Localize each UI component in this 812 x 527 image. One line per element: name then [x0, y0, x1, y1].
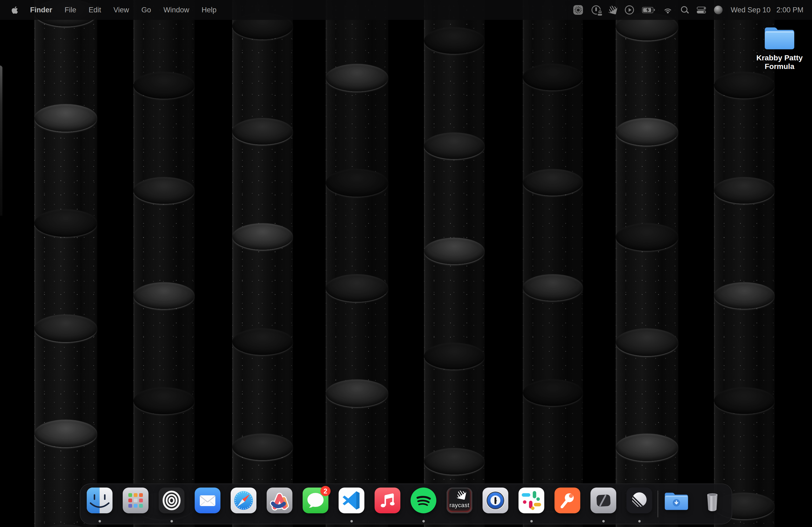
messages-icon: 2	[303, 487, 329, 513]
desktop-wallpaper	[0, 0, 812, 527]
dock-app-postman[interactable]	[554, 483, 580, 524]
raycast-glyph-icon	[457, 490, 466, 500]
dock-app-slack[interactable]	[519, 483, 544, 524]
vscode-icon	[338, 487, 364, 513]
dock-app-arc[interactable]	[267, 483, 292, 524]
clock-date: Wed Sep 10	[731, 6, 770, 14]
dock-app-linear[interactable]	[626, 483, 652, 524]
menu-finder[interactable]: Finder	[30, 6, 52, 14]
menu-bar-menus: FinderFileEditViewGoWindowHelp	[30, 6, 216, 14]
control-center-icon[interactable]	[697, 7, 706, 13]
dock-apps: 2 raycast	[87, 483, 652, 524]
folder-icon	[763, 24, 796, 51]
menu-file[interactable]: File	[65, 6, 76, 14]
now-playing-icon[interactable]	[625, 5, 634, 15]
wallpaper-cylinder-column	[232, 0, 293, 527]
wallpaper-cylinder-column	[523, 0, 583, 527]
dock-app-vscode[interactable]	[338, 483, 364, 524]
running-indicator	[638, 520, 641, 523]
spotify-icon	[410, 487, 436, 513]
wallpaper-cylinder-column	[424, 0, 485, 527]
safari-icon	[231, 487, 257, 513]
running-indicator	[422, 520, 425, 523]
dock-app-safari[interactable]	[231, 483, 257, 524]
trash-icon	[699, 487, 725, 513]
onepassword-icon	[482, 487, 508, 513]
battery-charging-icon[interactable]	[642, 7, 655, 13]
menu-view[interactable]: View	[114, 6, 129, 14]
dock-app-finder[interactable]	[87, 483, 113, 524]
menu-bar: FinderFileEditViewGoWindowHelp Wed Sep 1…	[0, 0, 812, 20]
wallpaper-cylinder-column	[714, 0, 775, 527]
spotlight-search-icon[interactable]	[681, 6, 689, 14]
dock-folders	[664, 483, 725, 524]
dock-divider	[657, 491, 658, 517]
menu-window[interactable]: Window	[163, 6, 189, 14]
downloads-icon	[664, 487, 689, 513]
notification-badge: 2	[320, 486, 331, 496]
linear-icon	[626, 487, 652, 513]
apple-menu[interactable]	[11, 6, 18, 14]
running-indicator	[99, 520, 101, 523]
bullseye-icon	[159, 487, 185, 513]
finder-icon	[87, 487, 113, 513]
menu-help[interactable]: Help	[202, 6, 217, 14]
launchpad-icon	[123, 487, 148, 513]
menu-edit[interactable]: Edit	[89, 6, 101, 14]
raycast-icon: raycast	[447, 487, 472, 513]
dock: 2 raycast	[80, 483, 732, 524]
siri-orb-icon[interactable]	[714, 6, 723, 14]
menu-bar-status-area: Wed Sep 10 2:00 PM	[573, 5, 803, 15]
music-icon	[375, 487, 400, 513]
wallpaper-cylinder-column	[616, 0, 678, 527]
dock-app-raycast[interactable]: raycast	[447, 483, 472, 524]
running-indicator	[530, 520, 533, 523]
running-indicator	[350, 520, 353, 523]
wallpaper-cylinder-column	[133, 0, 195, 527]
sunburst-app-icon[interactable]	[573, 5, 583, 15]
dock-downloads[interactable]	[664, 483, 689, 524]
running-indicator	[171, 520, 173, 523]
menu-go[interactable]: Go	[142, 6, 151, 14]
desktop-folder-label: Krabby Patty Formula	[755, 54, 804, 71]
wallpaper-cylinder-column	[34, 0, 97, 527]
desktop-folder-krabby-patty-formula[interactable]: Krabby Patty Formula	[755, 24, 804, 71]
dock-app-bullseye[interactable]	[159, 483, 185, 524]
wifi-icon[interactable]	[663, 6, 673, 13]
dock-app-launchpad[interactable]	[123, 483, 148, 524]
focus-lock-icon[interactable]	[591, 5, 601, 15]
menu-bar-clock[interactable]: Wed Sep 10 2:00 PM	[731, 6, 803, 14]
dock-trash[interactable]	[699, 483, 725, 524]
raycast-menu-icon[interactable]	[608, 5, 618, 15]
slack-icon	[519, 487, 544, 513]
dock-app-mail[interactable]	[195, 483, 220, 524]
apple-logo-icon	[11, 6, 18, 14]
postman-icon	[554, 487, 580, 513]
dock-app-music[interactable]	[375, 483, 400, 524]
wallpaper-edge-cylinder	[0, 65, 2, 216]
dock-app-messages[interactable]: 2	[303, 483, 329, 524]
mail-icon	[195, 487, 220, 513]
dock-app-ghostty[interactable]	[591, 483, 616, 524]
raycast-icon-label: raycast	[447, 502, 472, 509]
ghostty-icon	[591, 487, 616, 513]
dock-app-spotify[interactable]	[410, 483, 436, 524]
arc-icon	[267, 487, 292, 513]
clock-time: 2:00 PM	[776, 6, 803, 14]
running-indicator	[602, 520, 605, 523]
dock-app-onepassword[interactable]	[482, 483, 508, 524]
wallpaper-cylinder-column	[326, 0, 388, 527]
